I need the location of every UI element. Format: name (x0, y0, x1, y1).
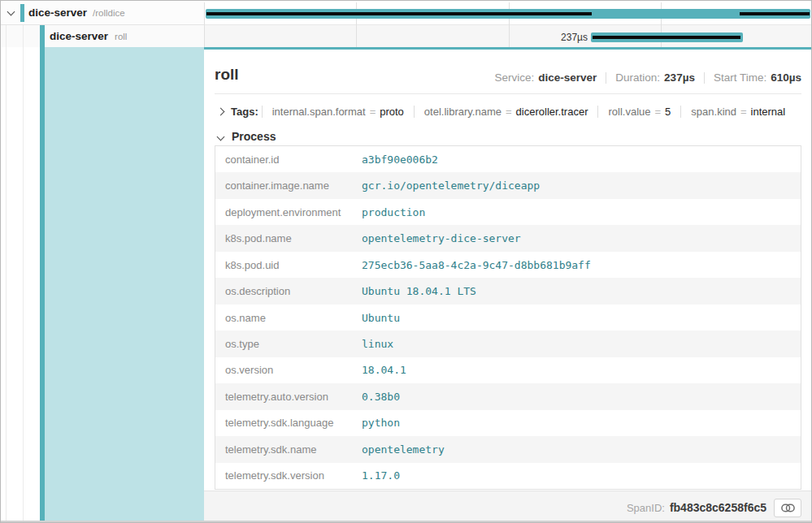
table-row: deployment.environment production (215, 199, 801, 225)
table-row: k8s.pod.uid 275ecb36-5aa8-4c2a-9c47-d8bb… (215, 252, 801, 278)
service-name: dice-server (50, 30, 108, 42)
span-detail-footer: SpanID: fb483c8c6258f6c5 (204, 491, 812, 523)
span-row-rolldice[interactable]: dice-server/rolldice (1, 1, 204, 25)
kv-value: 275ecb36-5aa8-4c2a-9c47-d8bb681b9aff (362, 259, 591, 271)
table-row: os.version 18.04.1 (215, 357, 801, 383)
tag-item: internal.span.format = proto (262, 106, 414, 118)
kv-value: a3bf90e006b2 (362, 153, 438, 166)
span-duration-label: 237µs (480, 32, 588, 43)
span-bar-roll[interactable] (591, 32, 743, 42)
tags-section-toggle[interactable]: Tags: internal.span.format = proto otel.… (215, 101, 801, 123)
spanid-label: SpanID: (627, 502, 665, 514)
kv-value: gcr.io/opentelemetry/diceapp (362, 179, 540, 192)
meta-duration-value: 237µs (664, 71, 695, 84)
indent-guide (23, 25, 24, 521)
kv-value: linux (362, 338, 393, 350)
kv-value: opentelemetry (362, 443, 445, 456)
selected-span-fill (45, 47, 204, 521)
table-row: os.type linux (215, 331, 801, 357)
indent-guide (6, 25, 7, 521)
critical-path-overlay (740, 12, 810, 15)
span-detail-title: roll (215, 66, 239, 84)
tag-equals: = (740, 106, 747, 118)
kv-value: Ubuntu 18.04.1 LTS (362, 285, 476, 297)
tag-key: internal.span.format (272, 106, 366, 118)
kv-value: production (362, 206, 425, 218)
title-divider (215, 93, 801, 94)
tag-value: diceroller.tracer (516, 106, 588, 118)
kv-key: telemetry.sdk.version (215, 469, 362, 482)
table-row: telemetry.sdk.version 1.17.0 (215, 463, 801, 489)
table-row: k8s.pod.name opentelemetry-dice-server (215, 225, 801, 251)
meta-service-label: Service: (494, 71, 534, 84)
operation-name: /rolldice (93, 8, 125, 18)
table-row: container.image.name gcr.io/opentelemetr… (215, 172, 801, 198)
collapse-chevron-icon[interactable] (7, 8, 15, 16)
span-bar-rolldice[interactable] (206, 9, 810, 19)
meta-starttime-label: Start Time: (714, 71, 766, 84)
span-service-name: dice-server/rolldice (28, 1, 125, 25)
span-row-roll[interactable]: dice-serverroll (1, 25, 204, 47)
kv-key: telemetry.auto.version (215, 391, 362, 403)
kv-key: container.id (215, 153, 362, 166)
service-name: dice-server (28, 6, 87, 19)
tag-item: roll.value = 5 (597, 106, 680, 118)
kv-key: os.type (215, 338, 362, 350)
tag-key: otel.library.name (424, 106, 502, 118)
timeline-gridline (204, 2, 205, 47)
span-color-bar (20, 4, 24, 22)
kv-key: os.description (215, 285, 362, 297)
chevron-down-icon (217, 132, 225, 140)
critical-path-overlay (593, 36, 740, 39)
meta-service-value: dice-server (538, 71, 597, 84)
link-icon (781, 504, 795, 512)
tag-value: 5 (665, 106, 671, 118)
table-row: os.name Ubuntu (215, 305, 801, 331)
process-section-toggle[interactable]: Process (215, 128, 276, 145)
meta-starttime-value: 610µs (771, 71, 801, 84)
kv-key: os.version (215, 364, 362, 376)
tag-equals: = (655, 106, 662, 118)
tag-value: proto (380, 106, 404, 118)
meta-duration-label: Duration: (615, 71, 660, 84)
table-row: telemetry.auto.version 0.38b0 (215, 383, 801, 409)
kv-key: os.name (215, 312, 362, 324)
deep-link-button[interactable] (774, 499, 801, 517)
kv-key: deployment.environment (215, 206, 362, 218)
critical-path-overlay (206, 12, 592, 15)
kv-key: container.image.name (215, 179, 362, 192)
operation-name: roll (115, 32, 127, 41)
spanid-value: fb483c8c6258f6c5 (670, 501, 766, 514)
table-row: container.id a3bf90e006b2 (215, 146, 801, 172)
kv-value: 1.17.0 (362, 469, 400, 482)
table-row: telemetry.sdk.name opentelemetry (215, 436, 801, 462)
span-service-name: dice-serverroll (50, 25, 127, 48)
kv-value: 18.04.1 (362, 364, 406, 376)
tag-item: span.kind = internal (680, 106, 795, 118)
process-kv-table: container.id a3bf90e006b2 container.imag… (215, 145, 801, 490)
meta-separator (606, 72, 606, 84)
tag-item: otel.library.name = diceroller.tracer (414, 106, 598, 118)
kv-value: 0.38b0 (362, 391, 400, 403)
kv-key: k8s.pod.uid (215, 259, 362, 271)
span-detail-meta: Service: dice-server Duration: 237µs Sta… (494, 71, 801, 84)
process-header-label: Process (232, 130, 276, 143)
table-row: telemetry.sdk.language python (215, 410, 801, 436)
jaeger-trace-view: dice-server/rolldice dice-serverroll 237… (0, 0, 812, 523)
tag-value: internal (751, 106, 786, 118)
kv-key: k8s.pod.name (215, 232, 362, 244)
table-row: os.description Ubuntu 18.04.1 LTS (215, 278, 801, 304)
tag-equals: = (370, 106, 376, 118)
kv-key: telemetry.sdk.name (215, 443, 362, 456)
kv-value: Ubuntu (362, 312, 400, 324)
kv-value: opentelemetry-dice-server (362, 232, 521, 244)
tag-key: roll.value (608, 106, 650, 118)
kv-key: telemetry.sdk.language (215, 417, 362, 429)
kv-value: python (362, 417, 400, 429)
chevron-right-icon (217, 108, 225, 116)
meta-separator (704, 72, 705, 84)
tag-key: span.kind (691, 106, 736, 118)
tags-header: Tags: (231, 106, 258, 118)
span-detail-panel: roll Service: dice-server Duration: 237µ… (204, 47, 812, 523)
tag-equals: = (506, 106, 512, 118)
